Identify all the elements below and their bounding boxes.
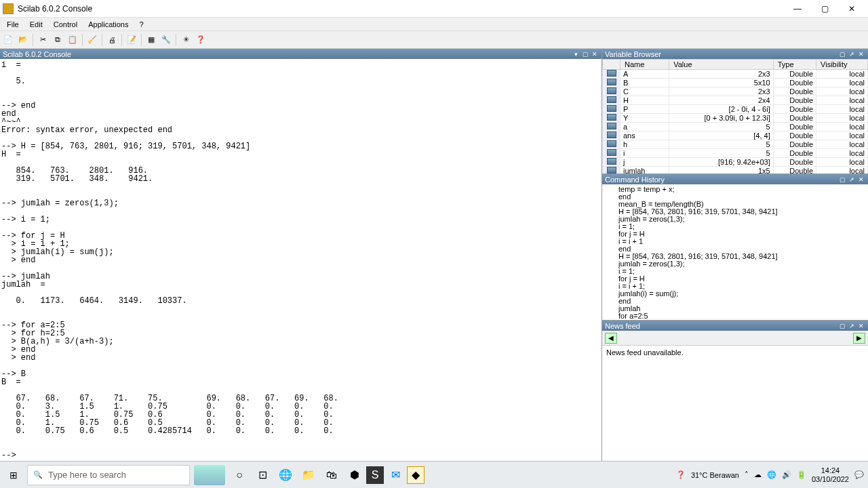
store-icon[interactable]: 🛍 (320, 462, 343, 489)
maximize-pane-icon[interactable]: ↗ (848, 322, 856, 330)
explorer-icon[interactable]: 📁 (297, 462, 320, 489)
clock-date: 03/10/2022 (812, 475, 849, 483)
cut-icon[interactable]: ✂ (36, 33, 50, 47)
variable-row[interactable]: h5Doublelocal (603, 140, 868, 149)
close-pane-icon[interactable]: ✕ (857, 50, 865, 58)
copy-icon[interactable]: ⧉ (51, 33, 64, 47)
volume-icon[interactable]: 🔊 (782, 470, 791, 479)
print-icon[interactable]: 🖨 (105, 33, 119, 47)
menu-applications[interactable]: Applications (83, 19, 134, 30)
var-header[interactable]: Type (773, 60, 816, 70)
maximize-button[interactable]: ▢ (811, 1, 838, 17)
undock-icon[interactable]: ▢ (838, 176, 846, 184)
taskbar-search[interactable]: 🔍 Type here to search (27, 465, 190, 485)
close-pane-icon[interactable]: ✕ (591, 50, 599, 58)
battery-icon[interactable]: 🔋 (797, 470, 806, 479)
history-item[interactable]: temp = temp + x; (605, 186, 865, 193)
var-name: C (620, 87, 669, 96)
variable-row[interactable]: A2x3Doublelocal (603, 70, 868, 79)
var-visibility: local (816, 96, 868, 105)
dropbox-icon[interactable]: ⬢ (343, 462, 366, 489)
network-icon[interactable]: 🌐 (767, 470, 776, 479)
var-header[interactable]: Name (620, 60, 669, 70)
cortana-icon[interactable]: ○ (228, 462, 251, 489)
history-item[interactable]: for j = H (605, 230, 865, 238)
menu-edit[interactable]: Edit (24, 19, 48, 30)
variable-row[interactable]: i5Doublelocal (603, 149, 868, 158)
var-type: Double (773, 158, 816, 167)
separator (121, 34, 122, 46)
var-visibility: local (816, 167, 868, 174)
var-header[interactable]: Value (669, 60, 774, 70)
menu-help[interactable]: ? (134, 19, 149, 30)
var-value: 2x4 (669, 96, 774, 105)
variable-row[interactable]: C2x3Doublelocal (603, 87, 868, 96)
app-icon[interactable]: S (366, 466, 384, 484)
clock[interactable]: 14:24 03/10/2022 (812, 466, 849, 483)
mail-icon[interactable]: ✉ (384, 462, 407, 489)
tray-chevron-icon[interactable]: ˄ (745, 470, 749, 479)
history-item[interactable]: jumlah = zeros(1,3); (605, 216, 865, 223)
console-output[interactable]: 4. i = 5. --> end end ^~~^ Error: syntax… (0, 59, 601, 461)
var-header[interactable]: Visibility (816, 60, 868, 70)
app-icon (3, 3, 14, 14)
variable-row[interactable]: Y[0 + 3.09i, 0 + 12.3i]Doublelocal (603, 114, 868, 123)
prefs-icon[interactable]: ✳ (179, 33, 193, 47)
var-value: 2x3 (669, 87, 774, 96)
undock-icon[interactable]: ▢ (838, 322, 846, 330)
scilab-taskbar-icon[interactable]: ◆ (407, 466, 425, 484)
paste-icon[interactable]: 📋 (66, 33, 79, 47)
history-item[interactable]: jumlah = zeros(1,3); (605, 260, 865, 268)
close-pane-icon[interactable]: ✕ (857, 176, 865, 184)
variable-table-container[interactable]: NameValueTypeVisibility A2x3DoublelocalB… (602, 59, 868, 174)
news-next-icon[interactable]: ▶ (853, 333, 865, 344)
variable-row[interactable]: j[916; 9.42e+03]Doublelocal (603, 158, 868, 167)
atoms-icon[interactable]: 🔧 (159, 33, 173, 47)
minimize-button[interactable]: — (784, 1, 811, 17)
toolbar: 📄 📂 ✂ ⧉ 📋 🧹 🖨 📝 ▦ 🔧 ✳ ❓ (0, 31, 868, 49)
var-type-icon (603, 70, 620, 79)
help-icon[interactable]: ❓ (194, 33, 208, 47)
variable-row[interactable]: ans[4, 4]Doublelocal (603, 131, 868, 140)
history-item[interactable]: i = i + 1 (605, 238, 865, 245)
variable-row[interactable]: jumlah1x5Doublelocal (603, 167, 868, 174)
help-tray-icon[interactable]: ❓ (676, 470, 686, 479)
history-list[interactable]: temp = temp + x;endmean_B = temp/length(… (602, 184, 868, 320)
weather-text[interactable]: 31°C Berawan (691, 471, 739, 479)
var-header[interactable] (603, 60, 620, 70)
clear-icon[interactable]: 🧹 (85, 33, 99, 47)
var-visibility: local (816, 123, 868, 131)
open-icon[interactable]: 📂 (16, 33, 30, 47)
new-file-icon[interactable]: 📄 (1, 33, 15, 47)
var-type-icon (603, 131, 620, 140)
close-button[interactable]: ✕ (838, 1, 865, 17)
menu-file[interactable]: File (1, 19, 24, 30)
variable-row[interactable]: a5Doublelocal (603, 123, 868, 131)
history-item[interactable]: end (605, 298, 865, 305)
undock-icon[interactable]: ▢ (838, 50, 846, 58)
edge-icon[interactable]: 🌐 (274, 462, 297, 489)
variable-row[interactable]: P[2 - 0i, 4 - 6i]Doublelocal (603, 105, 868, 114)
var-type-icon (603, 149, 620, 158)
var-value: 5 (669, 123, 774, 131)
undock-icon[interactable]: ▾ (572, 50, 580, 58)
news-prev-icon[interactable]: ◀ (605, 333, 617, 344)
var-value: 5x10 (669, 79, 774, 87)
onedrive-icon[interactable]: ☁ (754, 470, 762, 479)
weather-widget-image[interactable] (194, 465, 225, 485)
notifications-icon[interactable]: 💬 (854, 470, 864, 479)
close-pane-icon[interactable]: ✕ (857, 322, 865, 330)
maximize-pane-icon[interactable]: ↗ (848, 176, 856, 184)
menu-control[interactable]: Control (48, 19, 83, 30)
start-button[interactable]: ⊞ (0, 462, 27, 489)
xcos-icon[interactable]: ▦ (144, 33, 158, 47)
variable-row[interactable]: H2x4Doublelocal (603, 96, 868, 105)
scinotes-icon[interactable]: 📝 (125, 33, 138, 47)
var-type-icon (603, 96, 620, 105)
variable-row[interactable]: B5x10Doublelocal (603, 79, 868, 87)
news-navigation: ◀ ▶ (602, 331, 868, 346)
task-view-icon[interactable]: ⊡ (251, 462, 274, 489)
maximize-pane-icon[interactable]: ▢ (581, 50, 589, 58)
history-item[interactable]: jumlah(i) = sum(j); (605, 290, 865, 298)
maximize-pane-icon[interactable]: ↗ (848, 50, 856, 58)
